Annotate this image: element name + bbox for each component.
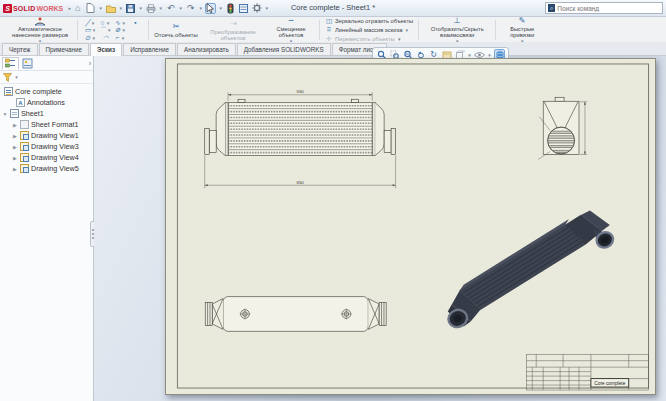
sheet-icon xyxy=(10,109,19,118)
ribbon-group-dimension: Автоматическое нанесение размеров ▾ xyxy=(4,18,76,42)
hide-show-caret-icon[interactable]: ▾ xyxy=(487,52,492,58)
arc3point-tool-icon[interactable]: ◠ xyxy=(98,34,113,42)
trim-icon: ✂ xyxy=(173,22,180,32)
convert-label: Преобразование объектов xyxy=(204,29,262,41)
convert-entities-button[interactable]: ⇢ Преобразование объектов xyxy=(204,19,262,41)
relations-label: Отобразить/Скрыть взаимосвязи xyxy=(424,26,490,38)
drawing-view5-caret-icon[interactable]: ▶ xyxy=(12,166,18,172)
select-tool-icon[interactable] xyxy=(205,3,216,14)
point-tool-icon[interactable]: ▪ xyxy=(128,19,143,27)
drawing-view1-label: Drawing View1 xyxy=(31,131,79,140)
file-properties-icon[interactable] xyxy=(238,3,249,14)
side-view[interactable] xyxy=(538,97,587,159)
ribbon-group-sketch-entities: ╱▾ ○▾ ∿▾ ▪ ▭▾ ⌒▾ ⊘▾ ⊙▾ ◠ ⌐▾ xyxy=(79,18,147,42)
tree-item-drawing-view1[interactable]: ▶ Drawing View1 xyxy=(0,130,93,141)
options-gear-icon[interactable] xyxy=(251,3,262,14)
home-icon[interactable]: ⌂ xyxy=(72,3,83,14)
drawing-view4-caret-icon[interactable]: ▶ xyxy=(12,155,18,161)
search-input[interactable] xyxy=(557,5,660,12)
rebuild-stoplight-icon[interactable] xyxy=(225,3,236,14)
ribbon-group-relations: ⊥ Отобразить/Скрыть взаимосвязи ▾ xyxy=(420,18,494,42)
undo-icon[interactable]: ↶ xyxy=(165,3,176,14)
save-caret-icon[interactable]: ▾ xyxy=(138,5,143,11)
open-icon[interactable] xyxy=(105,3,116,14)
auto-dimension-button[interactable]: Автоматическое нанесение размеров ▾ xyxy=(8,16,72,44)
filter-funnel-icon[interactable] xyxy=(3,73,12,82)
tree-root-core-complete[interactable]: Core complete xyxy=(0,86,93,97)
tree-item-drawing-view4[interactable]: ▶ Drawing View4 xyxy=(0,152,93,163)
slot-tool-icon[interactable]: ⊙▾ xyxy=(83,34,98,42)
tree-item-drawing-view5[interactable]: ▶ Drawing View5 xyxy=(0,163,93,174)
featuremanager-tree-tab[interactable] xyxy=(2,57,19,70)
open-caret-icon[interactable]: ▾ xyxy=(118,5,123,11)
print-icon[interactable] xyxy=(145,3,156,14)
filter-caret-icon[interactable]: ▾ xyxy=(14,74,19,80)
ellipse-tool-icon[interactable]: ⊘▾ xyxy=(113,26,128,34)
options-caret-icon[interactable]: ▾ xyxy=(264,5,269,11)
bottom-view[interactable] xyxy=(205,297,386,332)
undo-caret-icon[interactable]: ▾ xyxy=(178,5,183,11)
new-caret-icon[interactable]: ▾ xyxy=(98,5,103,11)
sheet-format1-label: Sheet Format1 xyxy=(31,120,79,129)
annotations-icon: A xyxy=(16,98,25,107)
tab-sketch[interactable]: Эскиз xyxy=(90,43,122,56)
linear-pattern-caret-icon[interactable]: ▾ xyxy=(404,27,409,33)
sketch-entity-grid: ╱▾ ○▾ ∿▾ ▪ ▭▾ ⌒▾ ⊘▾ ⊙▾ ◠ ⌐▾ xyxy=(83,19,143,42)
tree-item-sheet1[interactable]: ▼ Sheet1 xyxy=(0,108,93,119)
command-search[interactable]: ⌕ xyxy=(545,2,663,14)
isometric-view[interactable] xyxy=(446,211,616,330)
drawing-view-icon xyxy=(20,131,29,140)
drawing-view3-caret-icon[interactable]: ▶ xyxy=(12,144,18,150)
tree-item-sheet-format1[interactable]: ▶ Sheet Format1 xyxy=(0,119,93,130)
drawing-sheet[interactable]: 550 650 xyxy=(165,58,656,395)
quick-snaps-label: Быстрые привязки xyxy=(501,26,543,38)
offset-label: Смещение объектов xyxy=(268,26,314,38)
display-relations-button[interactable]: ⊥ Отобразить/Скрыть взаимосвязи ▾ xyxy=(424,16,490,44)
linear-pattern-icon: ⠿ xyxy=(325,26,333,34)
title-block[interactable]: Core complete xyxy=(526,354,648,390)
print-caret-icon[interactable]: ▾ xyxy=(158,5,163,11)
new-document-icon[interactable] xyxy=(85,3,96,14)
graphics-viewport[interactable]: ↻ ▾ ▾ xyxy=(94,56,666,401)
annotations-label: Annotations xyxy=(27,98,65,107)
offset-entities-button[interactable]: ∽ Смещение объектов ▾ xyxy=(268,16,314,44)
feature-manager-panel: › ▾ Core complete A Annotations ▼ Shee xyxy=(0,56,94,401)
propertymanager-tab[interactable] xyxy=(19,57,36,70)
tree-root-label: Core complete xyxy=(15,87,62,96)
redo-icon[interactable]: ↷ xyxy=(185,3,196,14)
display-style-caret-icon[interactable]: ▾ xyxy=(467,52,472,58)
search-icon: ⌕ xyxy=(548,4,555,12)
save-icon[interactable] xyxy=(125,3,136,14)
drawing-view5-label: Drawing View5 xyxy=(31,164,79,173)
tree-filter-row: ▾ xyxy=(0,71,93,84)
tab-drawing[interactable]: Чертеж xyxy=(2,43,38,55)
tab-evaluate[interactable]: Исправление xyxy=(123,43,176,55)
sheet1-label: Sheet1 xyxy=(21,109,44,118)
redo-caret-icon[interactable]: ▾ xyxy=(198,5,203,11)
mirror-entities-button[interactable]: ◫ Зеркально отразить объекты xyxy=(325,17,413,25)
dimension-top: 550 xyxy=(297,89,305,94)
select-caret-icon[interactable]: ▾ xyxy=(218,5,223,11)
trim-entities-button[interactable]: ✂ Отсечь объекты xyxy=(154,22,198,38)
tab-annotation[interactable]: Примечание xyxy=(39,43,89,55)
tab-analyze[interactable]: Анализировать xyxy=(177,43,236,55)
tab-solidworks-addins[interactable]: Добавления SOLIDWORKS xyxy=(237,43,331,55)
fillet-tool-icon[interactable]: ⌐▾ xyxy=(113,34,128,42)
convert-icon: ⇢ xyxy=(230,19,237,29)
feature-tree: Core complete A Annotations ▼ Sheet1 ▶ S… xyxy=(0,84,93,174)
drawing-view1-caret-icon[interactable]: ▶ xyxy=(12,133,18,139)
sheet-format1-caret-icon[interactable]: ▶ xyxy=(12,122,18,128)
main-area: › ▾ Core complete A Annotations ▼ Shee xyxy=(0,56,666,401)
front-view[interactable]: 550 650 xyxy=(205,89,396,188)
ribbon-group-pattern: ◫ Зеркально отразить объекты ⠿ Линейный … xyxy=(321,18,417,42)
quick-snaps-button[interactable]: ✎ Быстрые привязки ▾ xyxy=(501,16,543,44)
tree-item-drawing-view3[interactable]: ▶ Drawing View3 xyxy=(0,141,93,152)
tree-item-annotations[interactable]: A Annotations xyxy=(0,97,93,108)
window-title: Core complete - Sheet1 * xyxy=(291,3,375,12)
quick-access-toolbar: ⌂ ▾ ▾ ▾ ▾ ↶ ▾ ↷ ▾ ▾ xyxy=(72,3,269,14)
smart-dimension-icon xyxy=(34,16,46,26)
sheet1-expanded-caret-icon[interactable]: ▼ xyxy=(2,111,8,117)
linear-pattern-button[interactable]: ⠿ Линейный массив эскиза ▾ xyxy=(325,26,413,34)
linear-pattern-label: Линейный массив эскиза xyxy=(335,27,402,33)
panel-chevron-icon[interactable]: › xyxy=(89,60,91,67)
